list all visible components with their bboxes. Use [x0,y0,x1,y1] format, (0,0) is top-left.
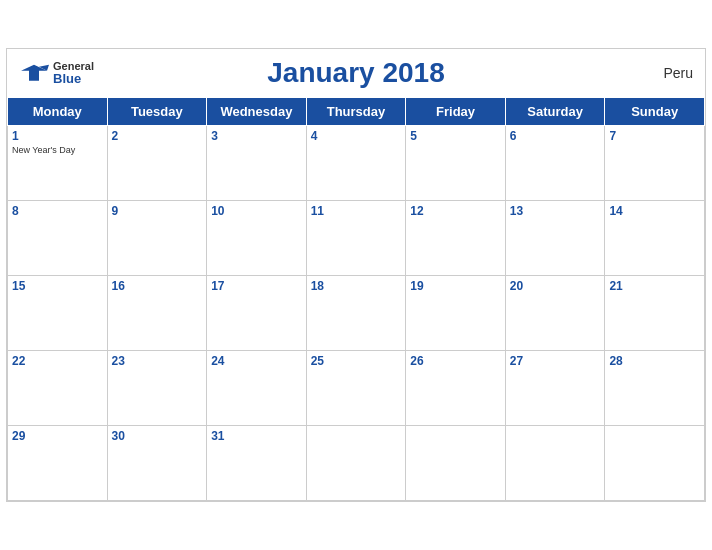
calendar-cell: 18 [306,276,406,351]
day-number: 15 [12,279,103,293]
calendar-header: General Blue January 2018 Peru [7,49,705,97]
calendar-cell: 19 [406,276,506,351]
calendar-table: Monday Tuesday Wednesday Thursday Friday… [7,97,705,501]
calendar-cell [406,426,506,501]
calendar-cell: 8 [8,201,108,276]
header-thursday: Thursday [306,98,406,126]
calendar-cell: 21 [605,276,705,351]
calendar-cell [505,426,605,501]
calendar-cell: 14 [605,201,705,276]
calendar-cell: 31 [207,426,307,501]
calendar-cell [306,426,406,501]
calendar-cell: 24 [207,351,307,426]
calendar-cell: 20 [505,276,605,351]
calendar-week-row: 293031 [8,426,705,501]
day-number: 24 [211,354,302,368]
header-wednesday: Wednesday [207,98,307,126]
day-number: 13 [510,204,601,218]
calendar-cell: 15 [8,276,108,351]
logo: General Blue [19,60,94,86]
header-saturday: Saturday [505,98,605,126]
header-tuesday: Tuesday [107,98,207,126]
calendar-cell: 10 [207,201,307,276]
day-number: 22 [12,354,103,368]
weekday-header-row: Monday Tuesday Wednesday Thursday Friday… [8,98,705,126]
day-number: 7 [609,129,700,143]
calendar-cell: 6 [505,126,605,201]
calendar-cell: 12 [406,201,506,276]
calendar-cell [605,426,705,501]
day-number: 29 [12,429,103,443]
day-number: 1 [12,129,103,143]
calendar-body: 1New Year's Day2345678910111213141516171… [8,126,705,501]
day-number: 30 [112,429,203,443]
day-number: 27 [510,354,601,368]
calendar-cell: 5 [406,126,506,201]
day-number: 2 [112,129,203,143]
day-number: 23 [112,354,203,368]
calendar-cell: 4 [306,126,406,201]
header-friday: Friday [406,98,506,126]
day-number: 5 [410,129,501,143]
calendar-cell: 27 [505,351,605,426]
calendar-cell: 11 [306,201,406,276]
day-number: 11 [311,204,402,218]
day-number: 8 [12,204,103,218]
calendar-cell: 17 [207,276,307,351]
calendar-cell: 29 [8,426,108,501]
calendar-title: January 2018 [267,57,444,89]
calendar-week-row: 15161718192021 [8,276,705,351]
header-sunday: Sunday [605,98,705,126]
day-number: 25 [311,354,402,368]
calendar-cell: 3 [207,126,307,201]
day-number: 9 [112,204,203,218]
calendar-cell: 30 [107,426,207,501]
calendar-week-row: 1New Year's Day234567 [8,126,705,201]
day-number: 12 [410,204,501,218]
calendar-week-row: 891011121314 [8,201,705,276]
day-number: 28 [609,354,700,368]
day-number: 19 [410,279,501,293]
day-number: 14 [609,204,700,218]
holiday-label: New Year's Day [12,145,103,155]
day-number: 20 [510,279,601,293]
day-number: 4 [311,129,402,143]
calendar-cell: 1New Year's Day [8,126,108,201]
calendar-cell: 22 [8,351,108,426]
calendar-cell: 26 [406,351,506,426]
day-number: 21 [609,279,700,293]
calendar-cell: 28 [605,351,705,426]
day-number: 10 [211,204,302,218]
day-number: 26 [410,354,501,368]
country-label: Peru [663,65,693,81]
day-number: 31 [211,429,302,443]
header-monday: Monday [8,98,108,126]
calendar-cell: 2 [107,126,207,201]
calendar-week-row: 22232425262728 [8,351,705,426]
day-number: 18 [311,279,402,293]
day-number: 6 [510,129,601,143]
calendar-cell: 23 [107,351,207,426]
calendar-cell: 7 [605,126,705,201]
calendar-cell: 16 [107,276,207,351]
day-number: 16 [112,279,203,293]
day-number: 3 [211,129,302,143]
calendar-cell: 25 [306,351,406,426]
calendar-cell: 9 [107,201,207,276]
logo-blue-text: Blue [53,72,94,86]
logo-bird-icon [19,63,49,83]
day-number: 17 [211,279,302,293]
calendar: General Blue January 2018 Peru Monday Tu… [6,48,706,502]
calendar-cell: 13 [505,201,605,276]
